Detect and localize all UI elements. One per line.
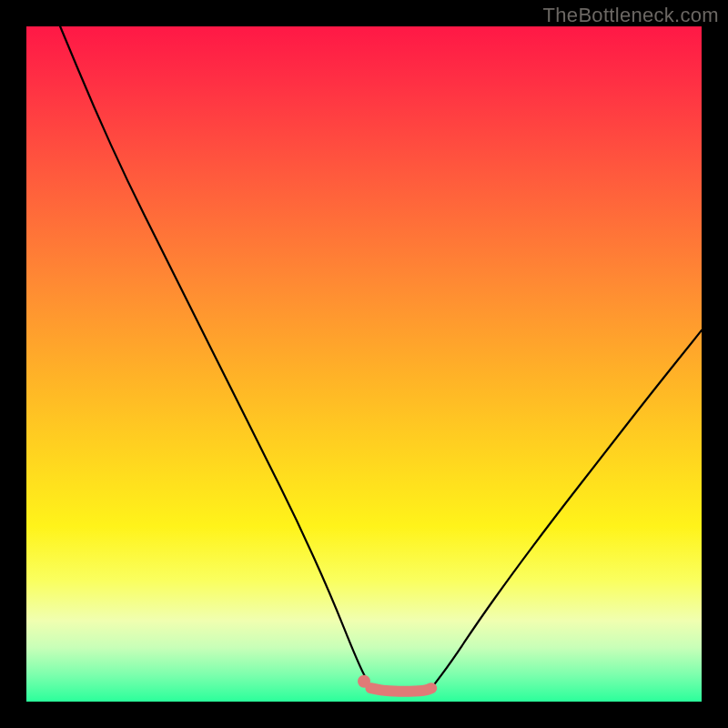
curve-group (60, 26, 702, 692)
plot-area (26, 26, 702, 702)
chart-frame: TheBottleneck.com (0, 0, 728, 728)
curve-svg (26, 26, 702, 702)
v-curve-left (60, 26, 370, 688)
bottom-dot (358, 675, 370, 688)
v-curve-right (431, 330, 702, 688)
watermark-text: TheBottleneck.com (543, 4, 719, 27)
flat-bottom-highlight (370, 688, 431, 692)
